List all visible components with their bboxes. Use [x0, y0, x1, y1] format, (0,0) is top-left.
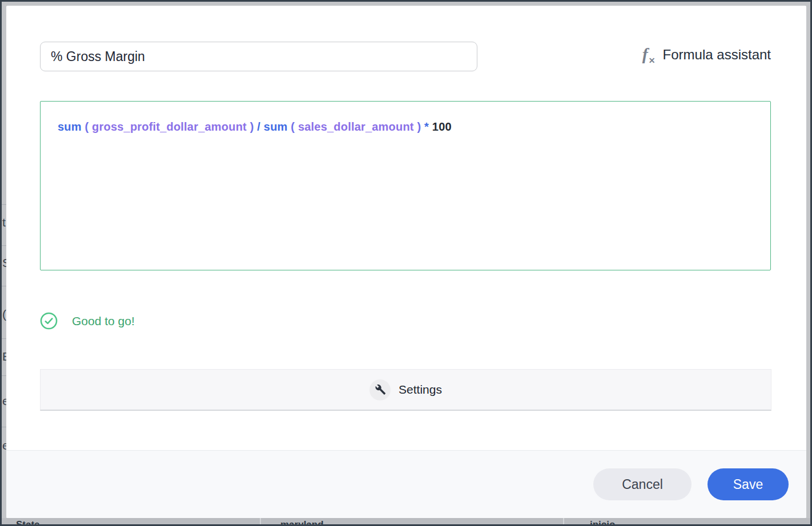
cancel-button[interactable]: Cancel [593, 468, 692, 500]
background-app-surface: tSt(Eee Statemarylandinicio f✕ Formula a… [2, 2, 810, 524]
formula-assistant-button[interactable]: f✕ Formula assistant [642, 44, 771, 65]
validation-status-label: Good to go! [72, 314, 135, 328]
settings-toggle-bar[interactable]: Settings [40, 369, 771, 411]
formula-token-paren: ( [288, 120, 295, 133]
formula-token-function: sum [58, 120, 82, 133]
formula-token-number: 100 [429, 120, 452, 133]
formula-token-paren: ) [414, 120, 421, 133]
formula-fx-icon: f✕ [642, 44, 656, 65]
formula-assistant-label: Formula assistant [663, 47, 771, 63]
wrench-icon [369, 379, 391, 400]
formula-code-editor[interactable]: sum ( gross_profit_dollar_amount ) / sum… [40, 101, 771, 270]
formula-token-field: gross_profit_dollar_amount [89, 120, 247, 133]
background-text-fragment: State [16, 519, 40, 524]
background-column-divider [563, 518, 564, 524]
formula-token-operator: / [254, 120, 261, 133]
background-text-fragment: ( [2, 307, 6, 321]
background-column-divider [260, 518, 261, 524]
formula-token-field: sales_dollar_amount [295, 120, 414, 133]
background-text-fragment: inicio [590, 519, 615, 524]
background-text-fragment: maryland [280, 519, 324, 524]
validation-status: Good to go! [40, 312, 135, 330]
formula-expression: sum ( gross_profit_dollar_amount ) / sum… [58, 120, 452, 133]
background-table-bottom-row: Statemarylandinicio [2, 518, 810, 524]
formula-token-function: sum [260, 120, 287, 133]
modal-footer: Cancel Save [6, 450, 806, 518]
metric-name-input[interactable] [40, 42, 477, 71]
check-circle-icon [40, 312, 58, 330]
background-text-fragment: t [2, 216, 6, 229]
save-button[interactable]: Save [708, 468, 789, 500]
settings-label: Settings [399, 383, 442, 396]
formula-token-paren: ) [247, 120, 254, 133]
formula-editor-modal: f✕ Formula assistant sum ( gross_profit_… [6, 6, 806, 518]
formula-token-paren: ( [82, 120, 89, 133]
formula-token-operator: * [421, 120, 429, 133]
